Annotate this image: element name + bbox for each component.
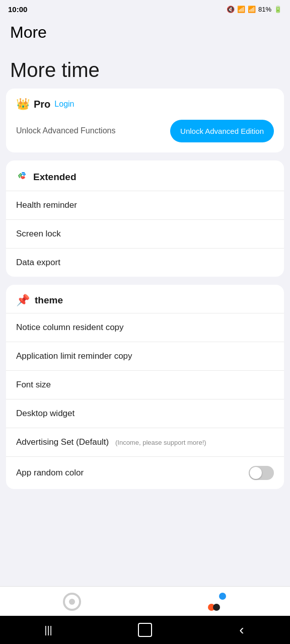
nav-apps-button[interactable] <box>207 592 227 612</box>
android-menu-button[interactable]: ||| <box>38 620 58 640</box>
apps-icon <box>207 592 227 612</box>
theme-card: 📌 theme Notice column resident copy Appl… <box>6 285 284 489</box>
data-export-item[interactable]: Data export <box>6 248 284 277</box>
mute-icon: 🔇 <box>227 6 235 13</box>
stats-icon <box>63 593 81 611</box>
pro-header: 👑 Pro Login <box>6 89 284 116</box>
advertising-set-label: Advertising Set (Default) (Income, pleas… <box>16 437 206 447</box>
login-link[interactable]: Login <box>54 100 74 109</box>
scroll-area: More time 👑 Pro Login Unlock Advanced Fu… <box>0 49 290 644</box>
data-export-label: Data export <box>16 258 60 268</box>
font-size-item[interactable]: Font size <box>6 370 284 399</box>
android-home-button[interactable] <box>135 620 155 640</box>
font-size-label: Font size <box>16 380 51 390</box>
header: More <box>0 18 290 49</box>
pro-card: 👑 Pro Login Unlock Advanced Functions Un… <box>6 89 284 152</box>
battery-text: 81% <box>258 6 271 13</box>
screen-lock-label: Screen lock <box>16 229 61 239</box>
extended-card: Extended Health reminder Screen lock Dat… <box>6 160 284 277</box>
unlock-button[interactable]: Unlock Advanced Edition <box>170 120 274 142</box>
app-limit-reminder-item[interactable]: Application limit reminder copy <box>6 342 284 370</box>
app-random-color-toggle[interactable] <box>249 466 274 480</box>
battery-icon: 🔋 <box>274 6 282 13</box>
notice-column-item[interactable]: Notice column resident copy <box>6 313 284 342</box>
theme-section-header: 📌 theme <box>6 285 284 313</box>
screen-lock-item[interactable]: Screen lock <box>6 219 284 248</box>
advertising-sub: (Income, please support more!) <box>115 439 206 446</box>
android-back-button[interactable]: ‹ <box>232 620 252 640</box>
extended-title: Extended <box>33 172 77 183</box>
dot-dark <box>213 604 220 611</box>
theme-title: theme <box>35 295 63 306</box>
nav-stats-button[interactable] <box>63 593 81 611</box>
theme-icon: 📌 <box>16 294 30 307</box>
pro-body: Unlock Advanced Functions Unlock Advance… <box>6 116 284 152</box>
page-title-area: More time <box>0 49 290 89</box>
desktop-widget-label: Desktop widget <box>16 409 75 419</box>
health-reminder-label: Health reminder <box>16 200 77 210</box>
health-reminder-item[interactable]: Health reminder <box>6 191 284 219</box>
status-icons: 🔇 📶 📶 81% 🔋 <box>227 6 282 13</box>
advertising-set-item[interactable]: Advertising Set (Default) (Income, pleas… <box>6 428 284 456</box>
menu-icon: ||| <box>44 624 52 636</box>
bottom-nav <box>0 586 290 616</box>
app-limit-reminder-label: Application limit reminder copy <box>16 351 132 361</box>
status-bar: 10:00 🔇 📶 📶 81% 🔋 <box>0 0 290 18</box>
android-nav-bar: ||| ‹ <box>0 616 290 644</box>
notice-column-label: Notice column resident copy <box>16 323 124 333</box>
home-icon <box>138 623 152 637</box>
status-time: 10:00 <box>8 5 27 14</box>
back-icon: ‹ <box>239 622 244 638</box>
crown-icon: 👑 <box>16 98 30 111</box>
wifi-icon: 📶 <box>237 6 245 13</box>
pro-description: Unlock Advanced Functions <box>16 125 115 136</box>
signal-icon: 📶 <box>248 6 256 13</box>
app-random-color-label: App random color <box>16 468 84 478</box>
pro-label: Pro <box>34 99 50 110</box>
extended-section-header: Extended <box>6 160 284 191</box>
page-title: More time <box>10 59 100 81</box>
dot-blue <box>219 593 226 600</box>
extended-icon <box>16 170 28 185</box>
app-random-color-item[interactable]: App random color <box>6 456 284 489</box>
desktop-widget-item[interactable]: Desktop widget <box>6 399 284 428</box>
header-title: More <box>10 23 47 41</box>
